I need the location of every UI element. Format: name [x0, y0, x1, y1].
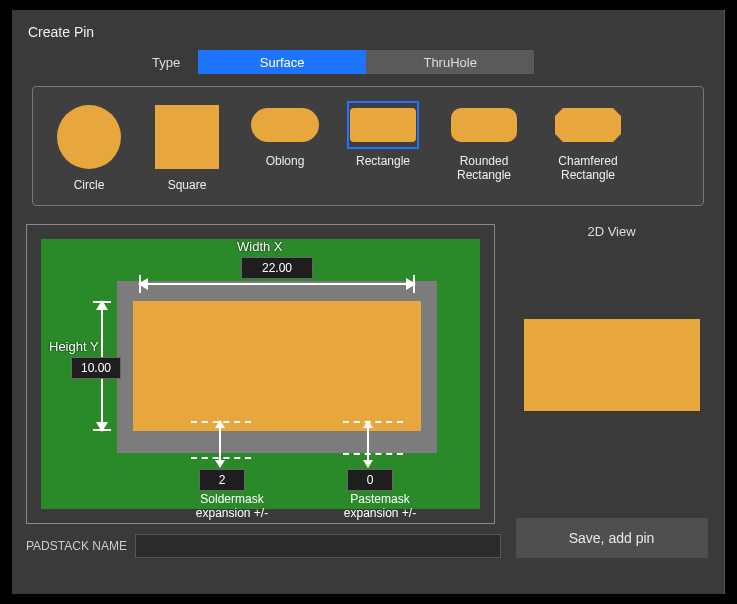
width-arrow-icon [139, 283, 415, 285]
shape-chamfered-label: Chamfered Rectangle [549, 155, 627, 183]
shape-chamfered-rectangle[interactable]: Chamfered Rectangle [549, 101, 627, 183]
dimension-editor: Width X Height Y Soldermask expansion +/… [26, 224, 495, 524]
height-input[interactable] [71, 357, 121, 379]
width-label: Width X [237, 239, 283, 254]
rounded-rectangle-icon [451, 108, 517, 142]
create-pin-panel: Create Pin Type Surface ThruHole Circle … [12, 10, 725, 594]
shape-circle-label: Circle [74, 179, 105, 193]
soldermask-label: Soldermask expansion +/- [177, 493, 287, 521]
shape-rounded-label: Rounded Rectangle [445, 155, 523, 183]
chamfered-rectangle-icon [555, 108, 621, 142]
width-input[interactable] [241, 257, 313, 279]
pastemask-arrow-icon [367, 421, 369, 467]
shape-circle[interactable]: Circle [53, 101, 125, 193]
shape-rectangle[interactable]: Rectangle [347, 101, 419, 169]
type-segmented-control: Surface ThruHole [198, 50, 534, 74]
preview-title: 2D View [587, 224, 635, 239]
type-label: Type [152, 55, 180, 70]
shape-gallery: Circle Square Oblong Rectangle Rounded R… [32, 86, 704, 206]
pastemask-label: Pastemask expansion +/- [325, 493, 435, 521]
save-add-pin-button[interactable]: Save, add pin [516, 518, 708, 558]
shape-rounded-rectangle[interactable]: Rounded Rectangle [445, 101, 523, 183]
oblong-icon [251, 108, 319, 142]
soldermask-arrow-icon [219, 421, 221, 467]
preview-2d [524, 319, 700, 411]
shape-oblong-label: Oblong [266, 155, 305, 169]
shape-square[interactable]: Square [151, 101, 223, 193]
shape-rectangle-label: Rectangle [356, 155, 410, 169]
rectangle-icon [350, 108, 416, 142]
type-option-thruhole[interactable]: ThruHole [366, 50, 534, 74]
pastemask-input[interactable] [347, 469, 393, 491]
square-icon [155, 105, 219, 169]
height-label: Height Y [49, 339, 99, 354]
padstack-name-label: PADSTACK NAME [26, 539, 127, 553]
type-selector-row: Type Surface ThruHole [152, 50, 714, 74]
shape-square-label: Square [168, 179, 207, 193]
shape-oblong[interactable]: Oblong [249, 101, 321, 169]
page-title: Create Pin [28, 24, 714, 40]
soldermask-input[interactable] [199, 469, 245, 491]
copper-pad [133, 301, 421, 431]
circle-icon [57, 105, 121, 169]
type-option-surface[interactable]: Surface [198, 50, 366, 74]
padstack-name-input[interactable] [135, 534, 501, 558]
